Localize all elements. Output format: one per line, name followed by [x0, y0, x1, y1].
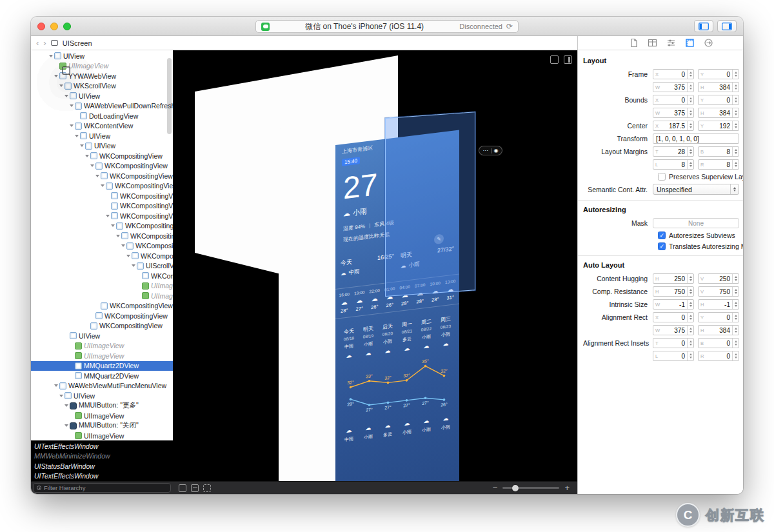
stepper[interactable]	[687, 351, 693, 360]
back-button[interactable]: ‹	[36, 39, 39, 47]
value-field-r[interactable]: R8	[698, 159, 739, 170]
stepper[interactable]	[687, 83, 693, 92]
zoom-button[interactable]	[63, 23, 71, 30]
debug-3d-canvas[interactable]: 上海市青浦区 15:40 27 ☁ 小雨 湿度 94% | 东风 4级 现在的温…	[173, 50, 577, 481]
disclosure-triangle-icon[interactable]	[115, 235, 121, 237]
value-field-w[interactable]: W375	[653, 82, 694, 92]
tree-item[interactable]: MMQuartz2DView	[31, 361, 173, 371]
tree-item[interactable]: UIView	[31, 91, 173, 101]
tree-item[interactable]: UIView	[31, 131, 173, 141]
wireframe-mode-icon[interactable]	[203, 484, 211, 492]
forward-button[interactable]: ›	[43, 39, 46, 47]
tree-item[interactable]: WKCompositingView	[31, 311, 173, 321]
zoom-slider-knob[interactable]	[512, 485, 519, 491]
minimize-button[interactable]	[50, 23, 58, 30]
disclosure-triangle-icon[interactable]	[99, 184, 105, 187]
stepper[interactable]	[687, 147, 693, 156]
tree-item[interactable]: WKCompositingView	[31, 151, 173, 161]
semantic-popup[interactable]: Unspecified	[653, 184, 739, 195]
tree-item[interactable]: WKCompositingView	[31, 171, 173, 181]
tree-item[interactable]: UIImageView	[31, 291, 173, 301]
disclosure-triangle-icon[interactable]	[63, 404, 69, 407]
stepper[interactable]	[732, 339, 739, 348]
tab-connections-inspector[interactable]	[704, 38, 713, 48]
disclosure-triangle-icon[interactable]	[58, 395, 64, 397]
window-list-item[interactable]: UIStatusBarWindow	[31, 461, 173, 471]
tree-item[interactable]: WKCompositingView	[31, 201, 173, 212]
window-list-item[interactable]: UITextEffectsWindow	[31, 441, 173, 451]
stepper[interactable]	[687, 108, 693, 117]
stepper[interactable]	[732, 108, 739, 117]
zoom-in-button[interactable]: +	[564, 483, 570, 493]
split-frame-icon[interactable]	[564, 55, 572, 64]
value-field-y[interactable]: Y192	[698, 121, 739, 131]
stepper[interactable]	[687, 95, 693, 104]
sidebar-scrollbar[interactable]	[167, 58, 172, 134]
tab-size-inspector[interactable]	[685, 38, 695, 48]
value-field-x[interactable]: X0	[653, 312, 694, 322]
tree-item[interactable]: MMQuartz2DView	[31, 371, 173, 381]
value-field-y[interactable]: Y0	[698, 69, 739, 79]
disclosure-triangle-icon[interactable]	[48, 55, 54, 57]
tree-item[interactable]: WKCompositingView	[31, 181, 173, 192]
disclosure-triangle-icon[interactable]	[84, 155, 90, 157]
tab-file-inspector[interactable]	[629, 38, 639, 48]
value-field-x[interactable]: X187.5	[653, 121, 694, 131]
stepper[interactable]	[732, 313, 739, 322]
disclosure-triangle-icon[interactable]	[68, 104, 74, 107]
value-field-v[interactable]: V750	[698, 286, 739, 297]
disclosure-triangle-icon[interactable]	[110, 224, 115, 227]
value-field-l[interactable]: L0	[653, 351, 694, 361]
tree-item[interactable]: WKCompositingView	[31, 271, 173, 281]
stepper[interactable]	[687, 121, 693, 130]
stepper[interactable]	[687, 287, 693, 296]
tree-item[interactable]: WKCompositingView	[31, 321, 173, 331]
tree-item[interactable]: UIImageView	[31, 411, 173, 421]
value-field-v[interactable]: V250	[698, 273, 739, 284]
value-field-t[interactable]: T0	[653, 338, 694, 348]
wechat-capsule[interactable]: ⋯ ◉	[479, 146, 502, 155]
disclosure-triangle-icon[interactable]	[89, 164, 95, 167]
disclosure-triangle-icon[interactable]	[79, 144, 84, 147]
stepper[interactable]	[732, 160, 739, 169]
checkbox[interactable]	[658, 232, 666, 239]
stepper[interactable]	[732, 70, 739, 79]
tree-item[interactable]: WKCompositingView	[31, 231, 173, 241]
stepper[interactable]	[687, 326, 693, 335]
stepper[interactable]	[732, 300, 739, 309]
refresh-icon[interactable]: ⟳	[506, 23, 513, 30]
selected-layer-overlay[interactable]	[385, 112, 475, 297]
disclosure-triangle-icon[interactable]	[58, 84, 64, 87]
tree-item[interactable]: WKScrollView	[31, 81, 173, 92]
toggle-navigator-button[interactable]	[694, 20, 713, 32]
show-clipped-content-icon[interactable]	[179, 484, 186, 492]
toggle-inspector-button[interactable]	[717, 20, 737, 32]
tree-item[interactable]: WKCompositingView	[31, 301, 173, 311]
disclosure-triangle-icon[interactable]	[63, 95, 69, 97]
stepper[interactable]	[732, 287, 739, 296]
stepper[interactable]	[687, 70, 693, 79]
tree-item[interactable]: DotLoadingView	[31, 111, 173, 121]
value-field-r[interactable]: R0	[698, 351, 739, 361]
tree-item[interactable]: UIView	[31, 141, 173, 152]
tree-item[interactable]: WKCompositingView	[31, 191, 173, 201]
value-field-h[interactable]: H-1	[698, 299, 739, 310]
value-field-y[interactable]: Y0	[698, 95, 739, 105]
stepper[interactable]	[732, 274, 739, 283]
value-field-w[interactable]: W-1	[653, 299, 694, 310]
value-field-l[interactable]: L8	[653, 159, 694, 170]
transform-field[interactable]: [1, 0, 0, 1, 0, 0]	[653, 133, 739, 144]
tree-item[interactable]: UIImageView	[31, 61, 173, 72]
record-icon[interactable]: ◉	[491, 148, 501, 153]
stepper[interactable]	[687, 339, 693, 348]
stepper[interactable]	[732, 351, 739, 360]
value-field-y[interactable]: Y0	[698, 312, 739, 322]
value-field-h[interactable]: H750	[653, 286, 694, 297]
tree-item[interactable]: UIScrollView	[31, 261, 173, 271]
checkbox[interactable]	[658, 173, 666, 181]
tree-item[interactable]: UIImageView	[31, 351, 173, 361]
tree-item[interactable]: WKCompositingView	[31, 161, 173, 172]
disclosure-triangle-icon[interactable]	[94, 175, 100, 177]
value-field-w[interactable]: W375	[653, 108, 694, 118]
value-field-h[interactable]: H384	[698, 108, 739, 118]
